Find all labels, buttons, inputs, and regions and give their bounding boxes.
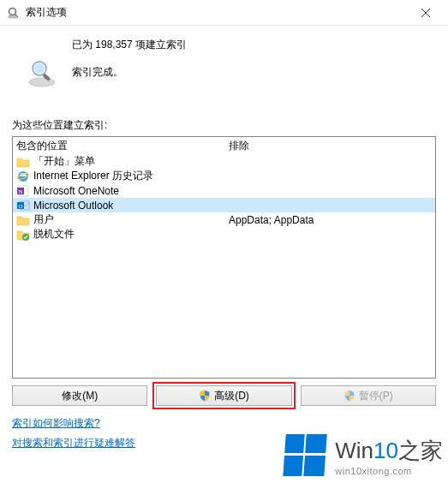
column-included[interactable]: 包含的位置 — [13, 139, 225, 153]
titlebar: 索引选项 — [0, 0, 448, 26]
folder-icon — [16, 155, 30, 169]
close-icon — [421, 9, 430, 17]
svg-point-5 — [29, 78, 55, 86]
modify-button-label: 修改(M) — [62, 389, 98, 403]
modify-button[interactable]: 修改(M) — [12, 385, 147, 406]
watermark-brand: Win10之家 — [335, 436, 443, 466]
index-count-label: 已为 198,357 项建立索引 — [72, 36, 187, 55]
list-item-label: Microsoft OneNote — [33, 185, 225, 197]
advanced-button-label: 高级(D) — [214, 389, 249, 403]
list-item-label: 「开始」菜单 — [33, 154, 225, 169]
list-header: 包含的位置 排除 — [13, 137, 435, 154]
watermark-url: win10xitong.com — [335, 466, 411, 476]
help-link-search[interactable]: 索引如何影响搜索? — [12, 416, 100, 431]
list-item[interactable]: 用户AppData; AppData — [13, 212, 435, 227]
shield-icon — [343, 390, 355, 402]
ie-icon — [16, 170, 30, 183]
onenote-icon: N — [16, 184, 30, 198]
offline-icon — [16, 228, 30, 242]
list-item-exclude: AppData; AppData — [225, 214, 435, 226]
help-link-troubleshoot[interactable]: 对搜索和索引进行疑难解答 — [12, 436, 135, 450]
index-complete-label: 索引完成。 — [72, 63, 187, 82]
windows-logo-icon — [282, 433, 330, 478]
svg-point-7 — [35, 64, 45, 74]
list-item[interactable]: OMicrosoft Outlook — [13, 198, 435, 212]
svg-rect-2 — [9, 15, 17, 18]
list-item[interactable]: 「开始」菜单 — [13, 154, 435, 169]
column-excluded[interactable]: 排除 — [225, 139, 435, 153]
list-item-label: Internet Explorer 历史记录 — [33, 169, 225, 183]
svg-text:O: O — [18, 202, 22, 209]
locations-list[interactable]: 包含的位置 排除 「开始」菜单Internet Explorer 历史记录NMi… — [12, 136, 436, 379]
list-item-label: 脱机文件 — [33, 227, 225, 242]
window-title: 索引选项 — [26, 5, 409, 20]
watermark: Win10之家 win10xitong.com — [284, 433, 443, 478]
list-item-label: 用户 — [33, 212, 225, 227]
magnifier-icon — [12, 34, 72, 87]
close-button[interactable] — [409, 1, 443, 25]
dialog-content: 已为 198,357 项建立索引 索引完成。 为这些位置建立索引: 包含的位置 … — [0, 26, 448, 456]
locations-section-label: 为这些位置建立索引: — [12, 118, 436, 133]
svg-text:N: N — [18, 188, 22, 194]
indexing-options-icon — [7, 6, 21, 20]
advanced-button[interactable]: 高级(D) — [156, 385, 291, 406]
svg-point-0 — [9, 8, 16, 15]
list-item-label: Microsoft Outlook — [33, 200, 225, 212]
pause-button-label: 暂停(P) — [359, 389, 393, 403]
status-row: 已为 198,357 项建立索引 索引完成。 — [12, 34, 436, 87]
list-item[interactable]: 脱机文件 — [13, 227, 435, 242]
pause-button: 暂停(P) — [301, 385, 436, 406]
list-item[interactable]: NMicrosoft OneNote — [13, 183, 435, 198]
shield-icon — [199, 390, 211, 402]
outlook-icon: O — [16, 199, 30, 212]
button-row: 修改(M) 高级(D) — [12, 385, 436, 406]
folder-icon — [16, 213, 30, 227]
list-item[interactable]: Internet Explorer 历史记录 — [13, 169, 435, 183]
